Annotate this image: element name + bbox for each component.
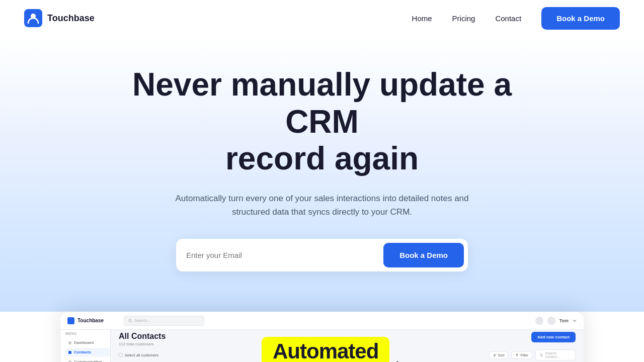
app-main-subtitle: 112 total customers: [119, 342, 166, 346]
app-topbar: Touchbase Search... Tom: [60, 312, 584, 330]
hero-section: Never manually update a CRM record again…: [0, 36, 644, 312]
sort-label: Sort: [498, 353, 505, 357]
sidebar-communication-icon: [68, 360, 71, 362]
nav-links: Home Pricing Contact Book a Demo: [412, 7, 620, 30]
app-menu-label: MENU: [65, 332, 110, 335]
email-form: Book a Demo: [176, 239, 468, 272]
hero-book-demo-button[interactable]: Book a Demo: [383, 243, 464, 267]
app-controls-right: Sort Filter: [489, 349, 576, 360]
app-small-logo-icon: [67, 317, 74, 324]
sidebar-communication-label: Communication: [74, 359, 102, 362]
nav-home[interactable]: Home: [412, 14, 432, 23]
svg-point-8: [540, 354, 542, 356]
chevron-down-icon: [573, 319, 577, 323]
select-all-checkbox[interactable]: [119, 353, 123, 357]
filter-icon: [515, 353, 519, 357]
sidebar-contacts-label: Contacts: [74, 350, 91, 354]
logo: Touchbase: [24, 9, 95, 27]
automated-overlay: Automated: [262, 337, 389, 362]
nav-contact[interactable]: Contact: [495, 14, 521, 23]
app-small-logo-text: Touchbase: [77, 318, 104, 323]
sidebar-dashboard-label: Dashboard: [74, 340, 94, 345]
app-preview: Touchbase Search... Tom MENU: [60, 312, 584, 362]
hero-subtext: Automatically turn every one of your sal…: [171, 192, 473, 219]
app-notification-icon: [535, 317, 543, 325]
navbar: Touchbase Home Pricing Contact Book a De…: [0, 0, 644, 36]
app-select-all[interactable]: Select all customers: [119, 353, 158, 357]
app-logo-small: Touchbase: [67, 317, 118, 324]
email-input[interactable]: [186, 251, 383, 259]
contact-search-bar[interactable]: Search contact...: [535, 349, 576, 360]
sidebar-contacts-icon: [68, 351, 71, 354]
add-contact-button[interactable]: Add new contact: [531, 332, 576, 342]
svg-line-3: [131, 321, 132, 322]
sidebar-item-dashboard[interactable]: Dashboard: [65, 338, 110, 347]
filter-button[interactable]: Filter: [511, 351, 532, 359]
sort-button[interactable]: Sort: [489, 351, 509, 359]
nav-pricing[interactable]: Pricing: [452, 14, 475, 23]
logo-icon: [24, 9, 42, 27]
sort-icon: [493, 353, 497, 357]
svg-marker-7: [516, 354, 518, 356]
nav-book-demo-button[interactable]: Book a Demo: [541, 7, 620, 30]
logo-text: Touchbase: [47, 13, 95, 24]
app-user-name: Tom: [559, 318, 569, 323]
svg-line-9: [542, 355, 543, 356]
sidebar-dashboard-icon: [68, 341, 71, 344]
hero-heading: Never manually update a CRM record again: [121, 66, 523, 177]
arrow-illustration: [377, 359, 418, 362]
app-topbar-right: Tom: [535, 317, 577, 325]
app-preview-wrapper: Touchbase Search... Tom MENU: [0, 312, 644, 362]
app-search-placeholder: Search...: [134, 318, 150, 323]
contact-search-icon: [540, 353, 543, 357]
app-avatar: [547, 317, 555, 325]
filter-label: Filter: [520, 353, 528, 357]
search-icon: [128, 319, 132, 323]
sidebar-item-communication[interactable]: Communication: [65, 357, 110, 362]
svg-point-2: [129, 319, 131, 322]
app-main-title-group: All Contacts 112 total customers: [119, 332, 166, 346]
app-search-bar[interactable]: Search...: [124, 316, 204, 326]
sidebar-item-contacts[interactable]: Contacts: [65, 348, 110, 356]
select-all-label: Select all customers: [125, 353, 158, 357]
contact-search-placeholder: Search contact...: [545, 351, 571, 358]
app-main-title: All Contacts: [119, 332, 166, 341]
